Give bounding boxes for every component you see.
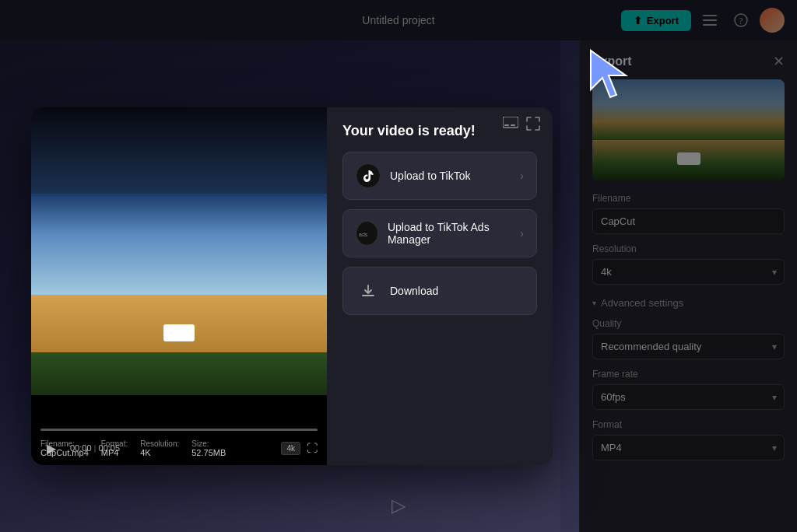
file-info-size: Size: 52.75MB bbox=[191, 439, 226, 457]
progress-bar[interactable] bbox=[40, 429, 318, 431]
file-info-filename: Filename: CapCut.mp4 bbox=[40, 439, 89, 457]
upload-tiktok-ads-left: ads Upload to TikTok Ads Manager bbox=[356, 221, 520, 246]
file-info-resolution: Resolution: 4K bbox=[140, 439, 179, 457]
video-thumbnail bbox=[31, 107, 327, 395]
file-info-row: Filename: CapCut.mp4 Format: MP4 Resolut… bbox=[31, 433, 327, 465]
modal-fullscreen-icon-button[interactable] bbox=[526, 117, 540, 135]
upload-tiktok-ads-button[interactable]: ads Upload to TikTok Ads Manager › bbox=[342, 209, 537, 257]
chevron-right-icon-2: › bbox=[520, 227, 524, 240]
file-info-format: Format: MP4 bbox=[101, 439, 128, 457]
tiktok-icon bbox=[356, 163, 381, 188]
modal-body: ▶ 00:00 | 00:05 4k ⛶ bbox=[31, 107, 553, 465]
video-van bbox=[163, 324, 195, 341]
download-left: Download bbox=[356, 278, 438, 303]
download-svg-icon bbox=[360, 283, 376, 299]
upload-tiktok-button[interactable]: Upload to TikTok › bbox=[342, 152, 537, 200]
tiktok-logo-icon bbox=[361, 169, 375, 183]
upload-tiktok-ads-label: Upload to TikTok Ads Manager bbox=[388, 221, 520, 246]
svg-rect-6 bbox=[504, 124, 509, 126]
modal-subtitle-icon-button[interactable] bbox=[503, 117, 518, 135]
modal-overlay: ▶ 00:00 | 00:05 4k ⛶ bbox=[0, 0, 797, 532]
download-label: Download bbox=[390, 285, 438, 297]
modal-video-player: ▶ 00:00 | 00:05 4k ⛶ bbox=[31, 107, 327, 465]
download-button[interactable]: Download bbox=[342, 267, 537, 315]
video-ready-modal: ▶ 00:00 | 00:05 4k ⛶ bbox=[31, 107, 553, 465]
svg-text:ads: ads bbox=[359, 232, 368, 237]
tiktok-ads-icon: ads bbox=[356, 221, 378, 246]
expand-icon bbox=[526, 117, 540, 131]
svg-rect-7 bbox=[511, 124, 515, 126]
subtitle-icon bbox=[503, 117, 518, 131]
upload-tiktok-label: Upload to TikTok bbox=[390, 170, 471, 182]
download-arrow-icon bbox=[356, 278, 381, 303]
upload-tiktok-left: Upload to TikTok bbox=[356, 163, 471, 188]
modal-top-icons bbox=[503, 117, 540, 135]
chevron-right-icon: › bbox=[520, 170, 524, 182]
tiktok-ads-logo-icon: ads bbox=[358, 227, 375, 240]
modal-options-panel: Your video is ready! Upload to TikTok › bbox=[327, 107, 553, 465]
